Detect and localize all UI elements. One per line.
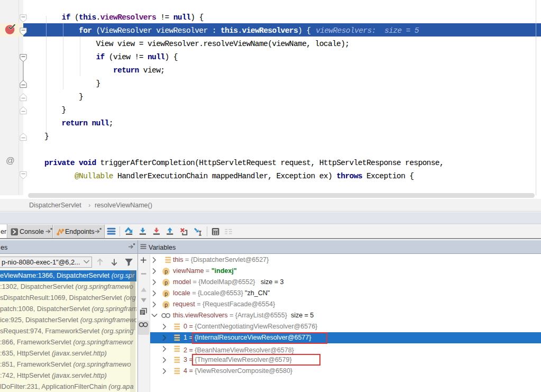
svg-text:p: p (164, 268, 168, 275)
svg-text:p: p (164, 279, 168, 286)
svg-text:p: p (164, 302, 168, 308)
svg-text:p: p (164, 290, 168, 297)
